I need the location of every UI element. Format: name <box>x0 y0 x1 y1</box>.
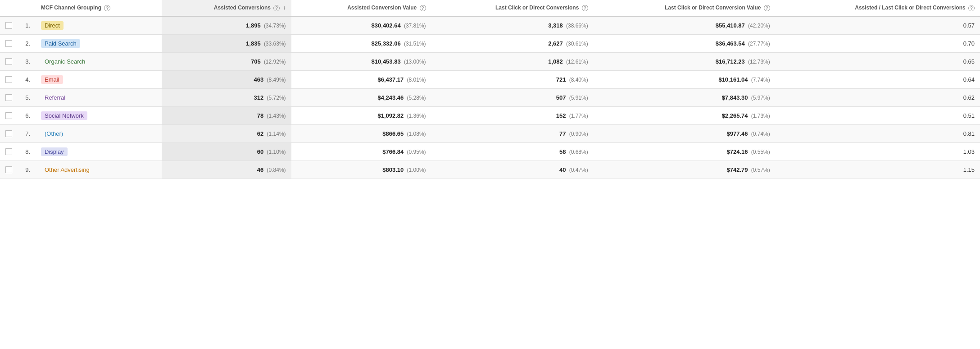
checkbox[interactable] <box>5 76 12 83</box>
mcf-table: MCF Channel Grouping ? Assisted Conversi… <box>0 0 980 179</box>
row-check[interactable] <box>0 161 18 179</box>
header-ratio: Assisted / Last Click or Direct Conversi… <box>776 0 980 16</box>
checkbox[interactable] <box>5 94 12 101</box>
sort-icon[interactable]: ↓ <box>283 5 286 11</box>
row-assisted-val: $803.10 (1.00%) <box>291 161 431 179</box>
assisted-conv-pct: (33.63%) <box>264 41 286 47</box>
row-lc-val: $16,712.23 (12.73%) <box>594 52 776 70</box>
row-check[interactable] <box>0 16 18 35</box>
lc-conv-value: 58 <box>559 148 566 155</box>
help-ratio-icon[interactable]: ? <box>968 5 975 11</box>
row-number: 2. <box>18 34 36 52</box>
row-number: 8. <box>18 142 36 161</box>
lc-val-pct: (0.57%) <box>751 167 770 173</box>
assisted-conv-value: 62 <box>257 130 263 137</box>
row-check[interactable] <box>0 70 18 88</box>
checkbox[interactable] <box>5 166 12 173</box>
lc-conv-value: 152 <box>556 112 566 119</box>
assisted-val-pct: (1.00%) <box>407 167 426 173</box>
channel-tag[interactable]: Direct <box>41 21 64 30</box>
assisted-conv-value: 60 <box>257 148 263 155</box>
row-channel: Other Advertising <box>36 161 162 179</box>
lc-conv-value: 1,082 <box>548 58 563 65</box>
assisted-conv-pct: (12.92%) <box>264 59 286 65</box>
assisted-conv-value: 1,895 <box>246 22 261 29</box>
row-check[interactable] <box>0 124 18 142</box>
assisted-val-pct: (5.28%) <box>407 95 426 101</box>
header-assisted-val: Assisted Conversion Value ? <box>291 0 431 16</box>
row-check[interactable] <box>0 34 18 52</box>
help-assisted-conv-icon[interactable]: ? <box>273 5 280 11</box>
lc-conv-pct: (1.77%) <box>569 113 588 119</box>
row-assisted-conv: 1,895 (34.73%) <box>162 16 291 35</box>
lc-val-pct: (7.74%) <box>751 77 770 83</box>
row-ratio: 0.62 <box>776 88 980 106</box>
channel-tag[interactable]: Email <box>41 75 63 84</box>
lc-val-pct: (0.74%) <box>751 131 770 137</box>
row-check[interactable] <box>0 142 18 161</box>
channel-tag[interactable]: (Other) <box>41 129 67 138</box>
assisted-conv-pct: (34.73%) <box>264 23 286 29</box>
lc-val-value: $16,712.23 <box>716 58 745 65</box>
row-lc-conv: 721 (8.40%) <box>431 70 594 88</box>
row-assisted-conv: 60 (1.10%) <box>162 142 291 161</box>
checkbox[interactable] <box>5 40 12 47</box>
lc-conv-pct: (12.61%) <box>566 59 588 65</box>
ratio-value: 1.03 <box>963 148 975 155</box>
help-lc-val-icon[interactable]: ? <box>764 5 770 11</box>
row-assisted-conv: 62 (1.14%) <box>162 124 291 142</box>
help-lc-conv-icon[interactable]: ? <box>582 5 588 11</box>
ratio-value: 0.64 <box>963 76 975 83</box>
assisted-conv-value: 463 <box>254 76 264 83</box>
row-channel: Email <box>36 70 162 88</box>
row-channel: Paid Search <box>36 34 162 52</box>
header-ratio-label: Assisted / Last Click or Direct Conversi… <box>855 5 965 11</box>
channel-tag[interactable]: Other Advertising <box>41 165 93 174</box>
row-check[interactable] <box>0 52 18 70</box>
checkbox[interactable] <box>5 58 12 65</box>
row-number: 7. <box>18 124 36 142</box>
checkbox[interactable] <box>5 130 12 137</box>
lc-conv-pct: (38.66%) <box>566 23 588 29</box>
assisted-conv-value: 46 <box>257 166 263 173</box>
assisted-val-pct: (1.08%) <box>407 131 426 137</box>
lc-conv-pct: (0.47%) <box>569 167 588 173</box>
assisted-val-value: $10,453.83 <box>372 58 401 65</box>
channel-tag[interactable]: Social Network <box>41 111 87 120</box>
channel-tag[interactable]: Organic Search <box>41 57 89 66</box>
checkbox[interactable] <box>5 22 12 29</box>
row-assisted-val: $766.84 (0.95%) <box>291 142 431 161</box>
assisted-val-pct: (8.01%) <box>407 77 426 83</box>
table-row: 2. Paid Search 1,835 (33.63%) $25,332.06… <box>0 34 980 52</box>
help-assisted-val-icon[interactable]: ? <box>420 5 426 11</box>
row-check[interactable] <box>0 88 18 106</box>
lc-val-pct: (1.73%) <box>751 113 770 119</box>
header-channel: MCF Channel Grouping ? <box>36 0 162 16</box>
row-lc-val: $742.79 (0.57%) <box>594 161 776 179</box>
row-lc-conv: 40 (0.47%) <box>431 161 594 179</box>
header-number <box>18 0 36 16</box>
row-check[interactable] <box>0 106 18 124</box>
help-channel-icon[interactable]: ? <box>104 5 110 11</box>
row-lc-val: $55,410.87 (42.20%) <box>594 16 776 35</box>
checkbox[interactable] <box>5 112 12 119</box>
row-lc-conv: 1,082 (12.61%) <box>431 52 594 70</box>
channel-tag[interactable]: Paid Search <box>41 39 80 48</box>
header-lc-val: Last Click or Direct Conversion Value ? <box>594 0 776 16</box>
lc-conv-pct: (5.91%) <box>569 95 588 101</box>
assisted-val-value: $4,243.46 <box>377 94 404 101</box>
assisted-val-pct: (13.00%) <box>404 59 426 65</box>
channel-tag[interactable]: Referral <box>41 93 69 102</box>
ratio-value: 0.65 <box>963 58 975 65</box>
lc-val-pct: (0.55%) <box>751 149 770 155</box>
row-assisted-val: $30,402.64 (37.81%) <box>291 16 431 35</box>
ratio-value: 0.81 <box>963 130 975 137</box>
checkbox[interactable] <box>5 148 12 155</box>
header-assisted-conv: Assisted Conversions ? ↓ <box>162 0 291 16</box>
ratio-value: 0.62 <box>963 94 975 101</box>
channel-tag[interactable]: Display <box>41 147 68 156</box>
row-assisted-conv: 705 (12.92%) <box>162 52 291 70</box>
assisted-val-pct: (37.81%) <box>404 23 426 29</box>
header-lc-val-label: Last Click or Direct Conversion Value <box>665 5 761 11</box>
row-number: 5. <box>18 88 36 106</box>
